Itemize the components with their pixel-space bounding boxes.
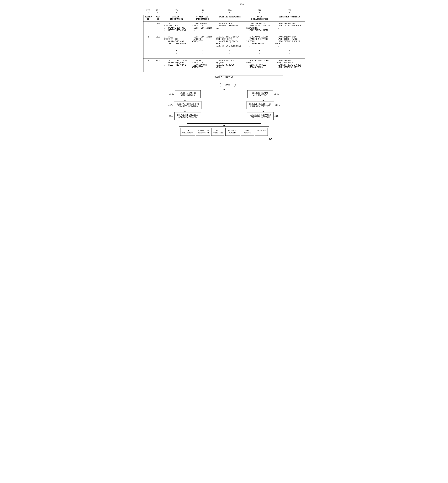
ref-406: 406 — [269, 138, 272, 140]
ref-400a: 400a — [169, 93, 174, 95]
row2-stats-info: ...GOLF STATISTICS...POKER STATISTICS... — [190, 35, 214, 48]
rowN-stats-info: ...CHESS STATISTICS...BACKGAMMONSTATISTI… — [190, 58, 214, 72]
ref-272: 272 — [153, 9, 163, 12]
dots-row: ··· ··· ··· ··· ··· ··· ··· — [143, 48, 305, 58]
ref-156-arrow: ↓ — [241, 6, 242, 8]
row1-account-info: ...CREDITLIMIT=$7,000...BALANCE=$50,000.… — [163, 22, 190, 35]
rowN-selection: ...WAGER>$100AND<$1,000 ONLY...EXPERT PL… — [274, 58, 305, 72]
user-data-table: RECORDID USERID ACCOUNTINFORMATION STATI… — [143, 15, 305, 72]
table-row: N 3056 ...CREDIT LIMIT=$500...BALANCE=$1… — [143, 58, 305, 72]
row1-selection: ...WAGER>$100 ONLY...NOVICE PLAYERS ONLY… — [274, 22, 305, 35]
ref-400b: 400b — [274, 93, 279, 95]
flowchart-dots-middle: o o o — [218, 90, 230, 103]
bottom-box-statistics-generation: STATISTICS GENERATION — [196, 128, 210, 136]
row1-stats-info: ...BACKGAMMONSTATISTICS...GOLF STATISTIC… — [190, 22, 214, 35]
header-user-chars: USERCHARACTERISTICS — [245, 15, 274, 22]
table-row: 2 1100 ...CREDITLIMIT=$1,000...BALANCE=$… — [143, 35, 305, 48]
rowN-record-id: N — [143, 58, 153, 72]
box-402b: RECEIVE REQUEST FOR ENHANCED SERVICES — [247, 101, 274, 109]
rowN-user-chars: ...2 DISCONNECTS PERHOUR...DIAL-UP ACCES… — [245, 58, 274, 72]
ref-402b: 402b — [275, 104, 280, 106]
ref-numbers-row: 270 272 274 154 276 278 280 ⌒ ⌒ ⌒ ⌒ ⌒ ⌒ … — [143, 9, 305, 14]
bottom-box-event-management: EVENT MANAGEMENT — [180, 128, 195, 136]
ref-404b: 404b — [274, 115, 279, 118]
bottom-services-container: EVENT MANAGEMENT STATISTICS GENERATION U… — [179, 127, 269, 137]
ref-404a: 404a — [169, 115, 174, 118]
bottom-box-matching-players: MATCHING PLAYERS — [225, 128, 240, 136]
row1-user-id: 100 — [153, 22, 163, 35]
header-user-id: USERID — [153, 15, 163, 22]
flowchart-col-right: EXECUTE GAMING APPLICATIONS 400b RECEIVE… — [247, 90, 280, 120]
row2-wagering-params: ...WAGER PREFERENCE=GOLF SIDE BETS...WAG… — [214, 35, 245, 48]
box-400a-execute: EXECUTE GAMING APPLICATIONS — [175, 90, 201, 98]
bottom-box-game-advice: GAME ADVICE — [241, 128, 254, 136]
bottom-box-user-profiling: USER PROFILING — [211, 128, 224, 136]
header-stats-info: STATISTICSINFORMATION — [190, 15, 214, 22]
box-402a: RECEIVE REQUEST FOR ENHANCED SERVICES — [174, 101, 202, 109]
header-wagering-params: WAGERING PARAMETERS — [214, 15, 245, 22]
header-selection-criteria: SELECTION CRITERIA — [274, 15, 305, 22]
box-404b: ESTABLISH ENHANCED SERVICES SESSION — [247, 112, 273, 120]
row1-wagering-params: ...WAGER LIMITS...CURRENT WAGERS=5... — [214, 22, 245, 35]
diagram-top: 156 ↓ 270 272 274 154 276 278 280 ⌒ ⌒ ⌒ … — [143, 3, 305, 78]
box-400b-execute: EXECUTE GAMING APPLICATIONS — [247, 90, 273, 98]
ref-276: 276 — [214, 9, 245, 12]
ref-270: 270 — [143, 9, 153, 12]
rowN-user-id: 3056 — [153, 58, 163, 72]
table-row: 1 100 ...CREDITLIMIT=$7,000...BALANCE=$5… — [143, 22, 305, 35]
header-account-info: ACCOUNTINFORMATION — [163, 15, 190, 22]
flowchart-section: START 400a EXECUTE GAMING APPLICATIONS 4… — [143, 83, 305, 140]
ref-274: 274 — [163, 9, 190, 12]
user-attributes-label: USER ATTRIBUTES — [215, 76, 233, 78]
row2-record-id: 2 — [143, 35, 153, 48]
box-404a: ESTABLISH ENHANCED SERVICES SESSION — [175, 112, 201, 120]
row1-record-id: 1 — [143, 22, 153, 35]
ref-280: 280 — [274, 9, 305, 12]
row2-user-chars: ...BROADBAND ACCESS...RANKED 1402/2000IN… — [245, 35, 274, 48]
header-record-id: RECORDID — [143, 15, 153, 22]
rowN-account-info: ...CREDIT LIMIT=$500...BALANCE=$1,000...… — [163, 58, 190, 72]
ref-156: 156 — [240, 3, 244, 6]
row2-user-id: 1100 — [153, 35, 163, 48]
row1-user-chars: ...DIAL-UP ACCESS...RANKED 10/1105 INBAC… — [245, 22, 274, 35]
table-header-row: RECORDID USERID ACCOUNTINFORMATION STATI… — [143, 15, 305, 22]
row2-account-info: ...CREDITLIMIT=$1,000...BALANCE=$5,000..… — [163, 35, 190, 48]
ref-278: 278 — [245, 9, 274, 12]
ref-402a: 402a — [168, 104, 173, 106]
start-node: START — [220, 83, 236, 87]
rowN-wagering-params: ...WAGER MAXIMUM=$1,000...WAGER MINIMUM=… — [214, 58, 245, 72]
row2-selection: ...WAGER<$100 ONLY...ALL SKILL LEVELS...… — [274, 35, 305, 48]
ref-154: 154 — [190, 9, 214, 12]
flowchart-col-left: 400a EXECUTE GAMING APPLICATIONS 402a RE… — [168, 90, 202, 120]
bottom-box-wagering: WAGERING — [255, 128, 268, 136]
